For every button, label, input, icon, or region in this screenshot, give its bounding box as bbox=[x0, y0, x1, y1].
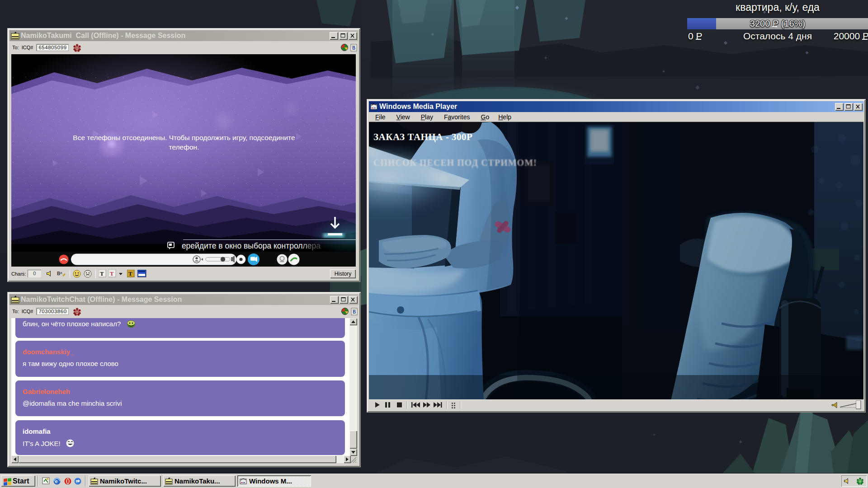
svg-text:T: T bbox=[110, 270, 114, 277]
svg-text:B: B bbox=[352, 46, 355, 51]
svg-text:телефон.: телефон. bbox=[169, 143, 199, 151]
svg-text:Все телефоны отсоединены. Чтоб: Все телефоны отсоединены. Чтобы продолжи… bbox=[73, 134, 295, 141]
svg-text:a: a bbox=[60, 271, 62, 275]
svg-text:B: B bbox=[353, 310, 356, 314]
svg-text:ЗАКАЗ ТАНЦА - 300Р: ЗАКАЗ ТАНЦА - 300Р bbox=[373, 131, 472, 142]
svg-text:T: T bbox=[128, 270, 132, 277]
svg-text:СПИСОК ПЕСЕН ПОД СТРИМОМ!: СПИСОК ПЕСЕН ПОД СТРИМОМ! bbox=[373, 158, 537, 168]
svg-text:e: e bbox=[55, 479, 58, 484]
svg-text:T: T bbox=[100, 270, 104, 277]
